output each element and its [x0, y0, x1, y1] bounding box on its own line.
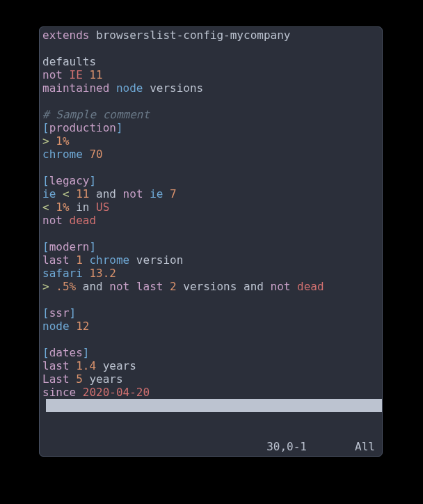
- token-sec: modern: [49, 240, 90, 253]
- token-sec: legacy: [49, 174, 90, 187]
- token-num: 1: [56, 134, 63, 148]
- code-line: [42, 42, 379, 55]
- token-name: ie: [150, 187, 170, 200]
- token-sec: ssr: [49, 306, 70, 320]
- token-num: 1: [56, 200, 63, 214]
- token-sec: dates: [49, 346, 83, 359]
- token-red: dead: [70, 214, 97, 227]
- token-pale: browserslist-config-mycompany: [89, 29, 290, 42]
- token-num: .5: [56, 280, 69, 293]
- token-num: 2: [170, 280, 177, 293]
- token-num: 11: [76, 187, 89, 200]
- token-comment: # Sample comment: [42, 108, 150, 121]
- token-pct: %: [63, 200, 70, 214]
- token-num: 12: [76, 320, 89, 333]
- token-num: 1.4: [76, 359, 96, 372]
- code-line: defaults: [42, 55, 379, 68]
- token-pale: and: [89, 187, 122, 200]
- token-red: IE: [70, 68, 90, 81]
- code-line: not dead: [42, 214, 379, 227]
- token-pale: defaults: [42, 55, 96, 68]
- code-line: [production]: [42, 121, 379, 134]
- code-line: > .5% and not last 2 versions and not de…: [42, 280, 379, 293]
- code-line: > 1%: [42, 134, 379, 148]
- token-pct: %: [70, 280, 77, 293]
- code-line: # Sample comment: [42, 108, 379, 121]
- token-br: ]: [70, 306, 77, 320]
- code-line: < 1% in US: [42, 200, 379, 214]
- token-num: 13.2: [89, 267, 116, 280]
- token-br: [: [42, 121, 49, 134]
- code-area[interactable]: extends browserslist-config-mycompany de…: [40, 27, 382, 399]
- token-kw: last: [42, 253, 76, 267]
- token-num: 5: [76, 372, 83, 386]
- token-kw: not: [42, 68, 70, 81]
- code-line: [ssr]: [42, 306, 379, 320]
- token-pale: version: [129, 253, 183, 267]
- token-red: 2020-04-20: [83, 386, 150, 399]
- token-br: ]: [116, 121, 123, 134]
- token-name: chrome: [89, 253, 129, 267]
- code-line: ie < 11 and not ie 7: [42, 187, 379, 200]
- token-name: ie: [42, 187, 63, 200]
- token-pct: %: [63, 134, 70, 148]
- code-line: chrome 70: [42, 148, 379, 161]
- token-pale: versions and: [177, 280, 271, 293]
- scroll-indicator: All: [355, 440, 375, 453]
- token-name: node: [42, 320, 76, 333]
- code-line: since 2020-04-20: [42, 386, 379, 399]
- token-pale: versions: [143, 81, 204, 95]
- token-pale: years: [96, 359, 136, 372]
- token-kw: since: [42, 386, 83, 399]
- token-br: [: [42, 174, 49, 187]
- code-line: last 1.4 years: [42, 359, 379, 372]
- code-line: [42, 95, 379, 108]
- code-line: [42, 227, 379, 240]
- code-line: last 1 chrome version: [42, 253, 379, 267]
- token-sec: production: [49, 121, 116, 134]
- token-op: <: [42, 200, 56, 214]
- cursor-line: [40, 399, 382, 412]
- token-name: safari: [42, 267, 89, 280]
- token-kw: last: [42, 359, 76, 372]
- code-line: [modern]: [42, 240, 379, 253]
- token-br: ]: [89, 174, 96, 187]
- cursor-position: 30,0-1: [266, 440, 307, 453]
- token-kw: maintained: [42, 81, 116, 95]
- editor-window[interactable]: extends browserslist-config-mycompany de…: [39, 26, 383, 457]
- token-br: ]: [83, 346, 90, 359]
- token-op: <: [63, 187, 76, 200]
- code-line: [legacy]: [42, 174, 379, 187]
- code-line: Last 5 years: [42, 372, 379, 386]
- token-op: >: [42, 280, 56, 293]
- token-op: >: [42, 134, 56, 148]
- token-name: node: [116, 81, 143, 95]
- token-red: dead: [297, 280, 324, 293]
- token-pale: and: [76, 280, 109, 293]
- token-num: 7: [170, 187, 177, 200]
- code-line: extends browserslist-config-mycompany: [42, 29, 379, 42]
- token-kw: extends: [42, 29, 89, 42]
- code-line: node 12: [42, 320, 379, 333]
- token-pale: in: [70, 200, 97, 214]
- token-num: 1: [76, 253, 89, 267]
- token-num: 11: [89, 68, 102, 81]
- token-br: ]: [89, 240, 96, 253]
- token-br: [: [42, 306, 49, 320]
- token-num: 70: [89, 148, 102, 161]
- code-line: [dates]: [42, 346, 379, 359]
- token-name: chrome: [42, 148, 89, 161]
- code-line: safari 13.2: [42, 267, 379, 280]
- code-line: [42, 161, 379, 174]
- token-kw: not last: [109, 280, 170, 293]
- token-kw: not: [271, 280, 298, 293]
- token-kw: Last: [42, 372, 76, 386]
- token-br: [: [42, 346, 49, 359]
- status-bar: 30,0-1 All: [42, 440, 379, 453]
- token-kw: not: [123, 187, 150, 200]
- token-br: [: [42, 240, 49, 253]
- token-red: US: [96, 200, 109, 214]
- code-line: maintained node versions: [42, 81, 379, 95]
- code-line: not IE 11: [42, 68, 379, 81]
- token-pale: years: [83, 372, 123, 386]
